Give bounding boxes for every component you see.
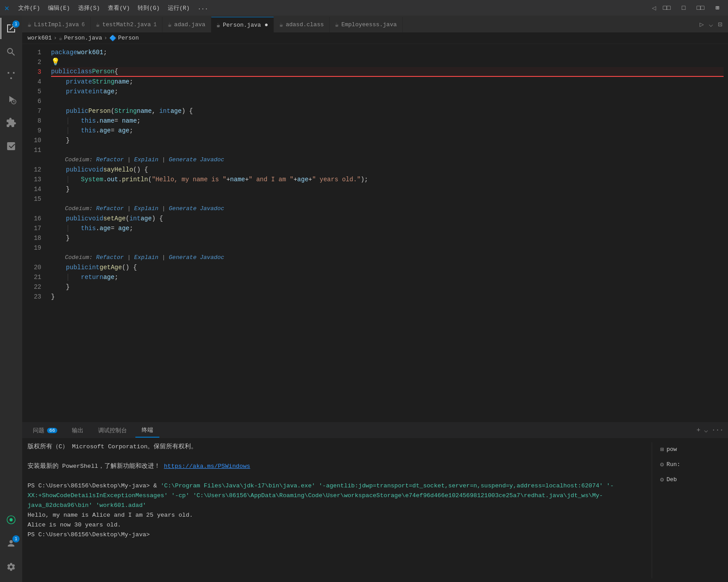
tab-label-listimpl: ListImpl.java bbox=[34, 21, 79, 28]
terminal-main[interactable]: 版权所有（C） Microsoft Corporation。保留所有权利。 安装… bbox=[28, 442, 647, 578]
terminal-tab-debug[interactable]: 调试控制台 bbox=[92, 423, 133, 438]
ln-17: 17 bbox=[22, 223, 41, 233]
code-line-18: } bbox=[51, 233, 724, 243]
menu-run[interactable]: 运行(R) bbox=[168, 4, 190, 12]
tab-employeesss[interactable]: ☕ Employeesss.java bbox=[330, 17, 403, 32]
menu-more[interactable]: ... bbox=[198, 4, 208, 11]
activity-extensions[interactable] bbox=[0, 112, 22, 133]
activity-search[interactable] bbox=[0, 41, 22, 63]
codeium-hint-2[interactable]: Codeium: Refactor | Explain | Generate J… bbox=[51, 204, 724, 214]
code-line-7: public Person(String name, int age) { bbox=[51, 106, 724, 116]
terminal-line-5: Alice is now 30 years old. bbox=[28, 520, 647, 530]
activity-run[interactable] bbox=[0, 88, 22, 110]
breadcrumb-class[interactable]: Person bbox=[118, 35, 139, 41]
terminal-pow-icon: ⊞ bbox=[660, 445, 664, 454]
breadcrumb: work601 › ☕ Person.java › 🔷 Person bbox=[22, 32, 728, 44]
terminal-line-2: 安装最新的 PowerShell，了解新功能和改进！ https://aka.m… bbox=[28, 462, 647, 471]
tab-number-testmath2: 1 bbox=[154, 22, 157, 28]
terminal-side-debug[interactable]: ⚙ Deb bbox=[657, 472, 723, 487]
activity-account[interactable]: 1 bbox=[0, 533, 22, 554]
terminal-tab-problems[interactable]: 问题 66 bbox=[27, 423, 63, 438]
tab-adad[interactable]: ☕ adad.java bbox=[162, 17, 211, 32]
tab-bar: ☕ ListImpl.java 6 ☕ testMath2.java 1 ☕ a… bbox=[22, 16, 728, 32]
activity-explorer[interactable]: 1 bbox=[0, 18, 22, 39]
code-content[interactable]: package work601; 💡 public class Person {… bbox=[47, 44, 728, 422]
ln-8: 8 bbox=[22, 116, 41, 126]
ln-13: 13 bbox=[22, 175, 41, 184]
problems-badge: 66 bbox=[47, 428, 57, 433]
main-layout: 1 1 bbox=[0, 16, 728, 582]
ln-7: 7 bbox=[22, 106, 41, 116]
terminal-dropdown-icon[interactable]: ⌵ bbox=[704, 426, 708, 435]
terminal-add-icon[interactable]: + bbox=[696, 427, 700, 434]
code-line-16: public void setAge(int age) { bbox=[51, 214, 724, 223]
ln-15: 15 bbox=[22, 194, 41, 204]
code-line-22: } bbox=[51, 282, 724, 292]
menu-goto[interactable]: 转到(G) bbox=[138, 4, 159, 12]
tab-listimpl[interactable]: ☕ ListImpl.java 6 bbox=[22, 17, 91, 32]
code-line-2: 💡 bbox=[51, 57, 724, 67]
explorer-badge: 1 bbox=[12, 20, 20, 28]
menu-file[interactable]: 文件(F) bbox=[18, 4, 40, 12]
code-line-12: public void sayHello() { bbox=[51, 165, 724, 175]
ln-4: 4 bbox=[22, 77, 41, 87]
terminal-line-1: 版权所有（C） Microsoft Corporation。保留所有权利。 bbox=[28, 442, 647, 452]
terminal-more-icon[interactable]: ··· bbox=[712, 427, 724, 434]
codeium-hint-1[interactable]: Codeium: Refactor | Explain | Generate J… bbox=[51, 155, 724, 165]
tab-number-listimpl: 6 bbox=[82, 22, 85, 28]
ln-16: 16 bbox=[22, 214, 41, 223]
terminal-run-label: Run: bbox=[666, 460, 680, 470]
terminal-line-3: PS C:\Users\86156\Desktop\My-java> & 'C:… bbox=[28, 481, 647, 510]
code-line-23: } bbox=[51, 292, 724, 302]
line-numbers: 1 2 3 4 5 6 7 8 9 10 11 12 13 14 15 16 1… bbox=[22, 44, 47, 422]
split-icon[interactable]: ⊡ bbox=[716, 19, 724, 30]
activity-openai[interactable] bbox=[0, 509, 22, 530]
menu-view[interactable]: 查看(V) bbox=[108, 4, 130, 12]
activity-git[interactable] bbox=[0, 65, 22, 86]
breadcrumb-file[interactable]: Person.java bbox=[64, 35, 102, 41]
title-bar: ✕ 文件(F) 编辑(E) 选择(S) 查看(V) 转到(G) 运行(R) ..… bbox=[0, 0, 728, 16]
ln-20: 20 bbox=[22, 263, 41, 272]
back-icon[interactable]: ◁ bbox=[652, 4, 656, 12]
ln-5: 5 bbox=[22, 87, 41, 96]
code-line-10: } bbox=[51, 136, 724, 145]
editor-container: ☕ ListImpl.java 6 ☕ testMath2.java 1 ☕ a… bbox=[22, 16, 728, 582]
tab-icon-adad: ☕ bbox=[168, 21, 171, 28]
tab-label-testmath2: testMath2.java bbox=[103, 21, 151, 28]
tab-label-employeesss: Employeesss.java bbox=[341, 21, 397, 28]
run-icon[interactable]: ▷ bbox=[698, 19, 705, 30]
activity-test[interactable] bbox=[0, 136, 22, 157]
menu-select[interactable]: 选择(S) bbox=[78, 4, 100, 12]
ln-codeium2 bbox=[22, 204, 41, 214]
terminal-debug-icon: ⚙ bbox=[660, 475, 664, 485]
menu-bar: 文件(F) 编辑(E) 选择(S) 查看(V) 转到(G) 运行(R) ... bbox=[18, 4, 208, 12]
terminal-run-icon: ⚙ bbox=[660, 460, 664, 470]
terminal-side-pow[interactable]: ⊞ pow bbox=[657, 442, 723, 457]
terminal-pow-label: pow bbox=[666, 445, 677, 454]
code-line-9: │ this.age = age; bbox=[51, 126, 724, 136]
breadcrumb-workspace[interactable]: work601 bbox=[28, 35, 52, 41]
terminal-tab-terminal[interactable]: 终端 bbox=[135, 423, 159, 438]
ln-11: 11 bbox=[22, 145, 41, 155]
tab-adasd[interactable]: ☕ adasd.class bbox=[274, 17, 329, 32]
layout-icon-1[interactable]: □□ bbox=[661, 3, 673, 13]
code-line-11 bbox=[51, 145, 724, 155]
layout-icon-4[interactable]: ⊞ bbox=[711, 3, 724, 13]
tab-person[interactable]: ☕ Person.java ● bbox=[211, 17, 274, 32]
breadcrumb-sep2: › bbox=[104, 35, 107, 41]
breadcrumb-file-icon: ☕ bbox=[59, 35, 62, 42]
terminal-side-run[interactable]: ⚙ Run: bbox=[657, 457, 723, 472]
codeium-hint-3[interactable]: Codeium: Refactor | Explain | Generate J… bbox=[51, 253, 724, 263]
tab-icon-person: ☕ bbox=[217, 21, 220, 29]
menu-edit[interactable]: 编辑(E) bbox=[48, 4, 70, 12]
tab-testmath2[interactable]: ☕ testMath2.java 1 bbox=[91, 17, 162, 32]
layout-icon-3[interactable]: □□ bbox=[694, 3, 707, 13]
ln-19: 19 bbox=[22, 243, 41, 253]
layout-icon-2[interactable]: □ bbox=[677, 3, 690, 13]
activity-settings[interactable] bbox=[0, 556, 22, 578]
code-line-21: │ return age; bbox=[51, 272, 724, 282]
code-line-19 bbox=[51, 243, 724, 253]
run-more-icon[interactable]: ⌵ bbox=[708, 19, 715, 30]
terminal-line-4: Hello, my name is Alice and I am 25 year… bbox=[28, 510, 647, 520]
terminal-tab-output[interactable]: 输出 bbox=[66, 423, 90, 438]
